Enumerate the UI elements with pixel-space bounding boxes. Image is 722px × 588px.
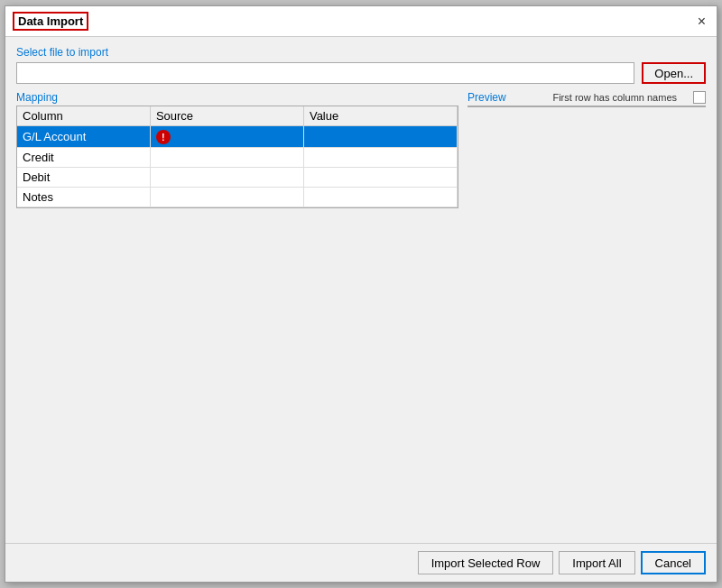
mapping-table-container: Column Source Value G/L Account!CreditDe…	[16, 106, 458, 208]
mapping-section: Mapping Column Source Value	[16, 91, 458, 208]
col-header-column: Column	[17, 106, 150, 126]
dialog-body: Select file to import Open... Mapping Co…	[5, 37, 717, 543]
first-row-label: First row has column names	[552, 92, 677, 103]
open-button[interactable]: Open...	[642, 62, 706, 84]
cell-column: Notes	[17, 187, 150, 207]
file-section: Select file to import Open...	[16, 46, 706, 84]
mapping-table-body: G/L Account!CreditDebitNotes	[17, 126, 458, 207]
cell-value	[303, 126, 457, 148]
cell-column: Credit	[17, 147, 150, 167]
cell-source	[150, 187, 303, 207]
cell-value	[303, 147, 457, 167]
preview-container	[467, 106, 706, 107]
first-row-checkbox[interactable]	[693, 91, 706, 104]
file-path-input[interactable]	[16, 62, 634, 84]
file-section-label: Select file to import	[16, 46, 706, 59]
table-row[interactable]: Credit	[17, 147, 458, 167]
file-row: Open...	[16, 62, 706, 84]
cancel-button[interactable]: Cancel	[641, 551, 706, 574]
table-row[interactable]: G/L Account!	[17, 126, 458, 148]
error-icon: !	[156, 130, 171, 144]
dialog-title: Data Import	[13, 12, 88, 31]
data-import-dialog: Data Import × Select file to import Open…	[5, 5, 717, 583]
cell-column: Debit	[17, 167, 150, 187]
col-header-source: Source	[150, 106, 303, 126]
mapping-header-row: Mapping	[16, 91, 458, 104]
title-bar: Data Import ×	[5, 6, 717, 37]
import-selected-button[interactable]: Import Selected Row	[418, 551, 554, 574]
preview-section: Preview First row has column names	[458, 91, 706, 107]
col-header-value: Value	[303, 106, 457, 126]
cell-value	[303, 187, 457, 207]
cell-source	[150, 167, 303, 187]
import-all-button[interactable]: Import All	[559, 551, 634, 574]
mapping-preview-row: Mapping Column Source Value	[16, 91, 706, 534]
preview-header-row: Preview First row has column names	[467, 91, 706, 104]
mapping-table: Column Source Value G/L Account!CreditDe…	[17, 106, 458, 207]
footer: Import Selected Row Import All Cancel	[5, 543, 717, 582]
preview-label: Preview	[467, 91, 506, 104]
table-row[interactable]: Debit	[17, 167, 458, 187]
cell-value	[303, 167, 457, 187]
cell-source: !	[150, 126, 303, 148]
cell-column: G/L Account	[17, 126, 150, 148]
mapping-label: Mapping	[16, 91, 58, 104]
table-row[interactable]: Notes	[17, 187, 458, 207]
cell-source	[150, 147, 303, 167]
close-button[interactable]: ×	[694, 14, 709, 30]
table-header-row: Column Source Value	[17, 106, 458, 126]
